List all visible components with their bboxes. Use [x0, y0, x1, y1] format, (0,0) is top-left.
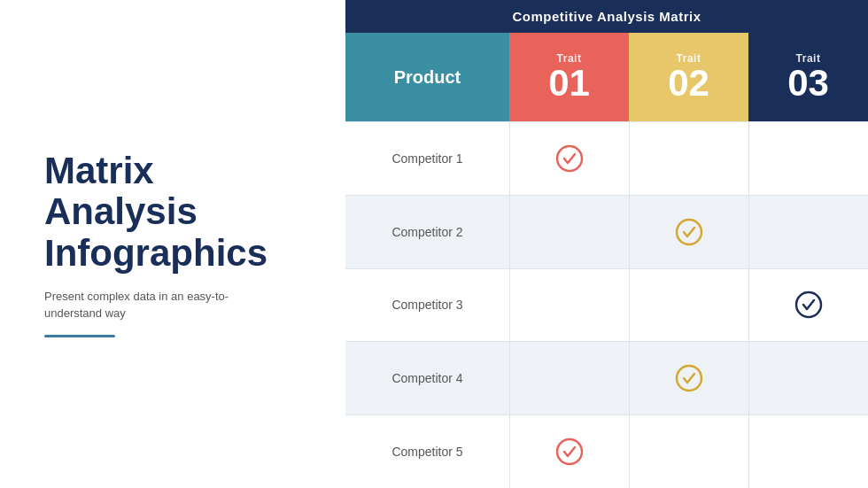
competitor-name: Competitor 5	[345, 445, 509, 459]
competitor-name: Competitor 2	[345, 225, 509, 239]
check-icon	[674, 217, 704, 247]
row-cell-trait2	[629, 342, 748, 414]
check-icon	[794, 290, 824, 320]
svg-point-0	[557, 146, 582, 171]
row-cell-trait3	[748, 196, 868, 268]
row-cell-trait1	[509, 196, 629, 268]
row-cell-trait3	[748, 415, 868, 488]
table-row: Competitor 4	[345, 341, 868, 414]
check-icon	[554, 437, 585, 467]
left-panel: Matrix Analysis Infographics Present com…	[0, 0, 345, 488]
competitor-name: Competitor 4	[345, 371, 509, 385]
table-row: Competitor 3	[345, 268, 868, 342]
product-column-header: Product	[345, 33, 509, 121]
row-cell-trait2	[629, 196, 748, 268]
row-cell-trait1	[509, 342, 629, 414]
trait3-column-header: Trait 03	[748, 33, 868, 121]
row-cell-trait1	[509, 415, 629, 488]
column-headers: Product Trait 01 Trait 02 Trait 03	[345, 33, 868, 121]
main-title: Matrix Analysis Infographics	[44, 151, 310, 274]
table-row: Competitor 5	[345, 414, 868, 488]
row-cell-trait3	[748, 269, 868, 342]
accent-line	[44, 335, 115, 337]
svg-point-1	[677, 220, 701, 244]
trait1-column-header: Trait 01	[509, 33, 629, 121]
row-cell-trait3	[748, 342, 868, 414]
row-cell-trait1	[509, 269, 629, 342]
competitor-name: Competitor 1	[345, 151, 509, 166]
svg-point-2	[796, 292, 821, 317]
subtitle: Present complex data in an easy-to-under…	[44, 288, 248, 322]
table-row: Competitor 1	[345, 121, 868, 195]
table-row: Competitor 2	[345, 195, 868, 268]
row-cell-trait2	[629, 122, 748, 195]
check-icon	[674, 363, 704, 393]
data-rows: Competitor 1 Competitor 2	[345, 121, 868, 488]
right-panel: Competitive Analysis Matrix Product Trai…	[345, 0, 868, 488]
row-cell-trait2	[629, 269, 748, 342]
svg-point-3	[677, 366, 701, 391]
matrix-title: Competitive Analysis Matrix	[345, 0, 868, 33]
trait2-column-header: Trait 02	[629, 33, 748, 121]
competitor-name: Competitor 3	[345, 298, 509, 312]
row-cell-trait3	[748, 122, 868, 195]
row-cell-trait2	[629, 415, 748, 488]
row-cell-trait1	[509, 122, 629, 195]
check-icon	[554, 143, 585, 174]
svg-point-4	[557, 439, 582, 464]
